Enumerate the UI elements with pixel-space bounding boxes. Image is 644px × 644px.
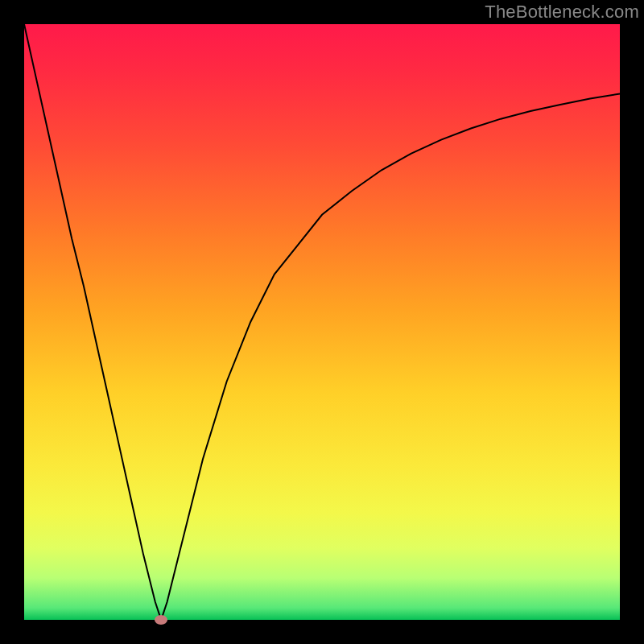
minimum-marker [155, 615, 167, 625]
bottleneck-curve [24, 24, 620, 620]
plot-area [24, 24, 620, 620]
chart-frame: TheBottleneck.com [0, 0, 644, 644]
watermark-label: TheBottleneck.com [485, 2, 639, 23]
curve-path [24, 24, 620, 620]
